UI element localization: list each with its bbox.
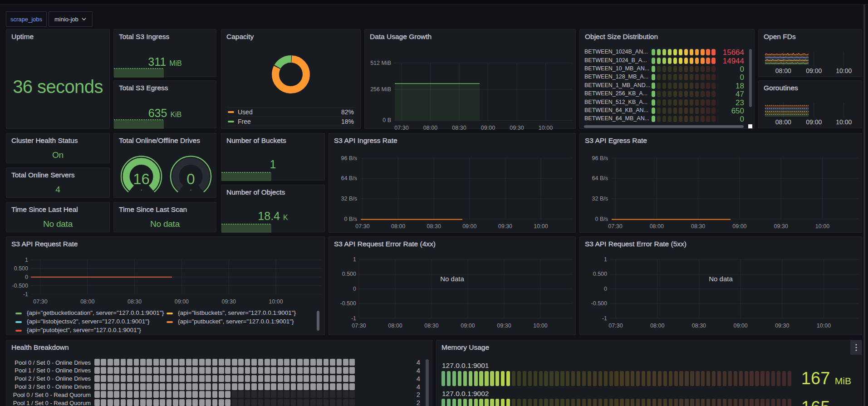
svg-text:09:00: 09:00 — [733, 323, 747, 329]
svg-text:64 B/s: 64 B/s — [592, 175, 608, 181]
svg-text:0 B/s: 0 B/s — [595, 216, 608, 222]
svg-text:0: 0 — [25, 274, 28, 280]
svg-text:08:00: 08:00 — [388, 323, 402, 329]
svg-text:07:30: 07:30 — [608, 223, 622, 230]
svg-text:07:30: 07:30 — [33, 298, 47, 305]
svg-text:09:30: 09:30 — [498, 223, 512, 230]
svg-text:-0.500: -0.500 — [12, 283, 28, 289]
svg-text:08:00: 08:00 — [775, 118, 791, 126]
svg-text:-1: -1 — [602, 315, 607, 322]
svg-text:10:00: 10:00 — [836, 118, 852, 126]
svg-text:08:30: 08:30 — [691, 223, 705, 230]
svg-text:10:00: 10:00 — [533, 323, 547, 329]
svg-text:-0.500: -0.500 — [340, 300, 356, 307]
svg-text:08:00: 08:00 — [650, 223, 664, 230]
svg-text:-1: -1 — [351, 315, 356, 322]
svg-text:09:00: 09:00 — [462, 223, 476, 230]
svg-text:1: 1 — [604, 256, 607, 263]
svg-text:1: 1 — [353, 256, 356, 263]
svg-text:09:30: 09:30 — [774, 223, 788, 230]
svg-text:09:30: 09:30 — [510, 125, 524, 131]
svg-text:08:30: 08:30 — [424, 323, 438, 329]
svg-text:32 B/s: 32 B/s — [341, 196, 357, 202]
svg-text:0: 0 — [604, 286, 607, 292]
svg-text:08:30: 08:30 — [692, 323, 706, 329]
svg-text:32 B/s: 32 B/s — [592, 196, 608, 202]
svg-text:96 B/s: 96 B/s — [592, 155, 608, 161]
svg-text:08:30: 08:30 — [427, 223, 441, 230]
svg-text:09:30: 09:30 — [222, 298, 236, 305]
svg-text:08:00: 08:00 — [80, 298, 94, 305]
svg-text:09:00: 09:00 — [732, 223, 746, 230]
svg-text:10:00: 10:00 — [534, 223, 548, 230]
svg-text:09:00: 09:00 — [175, 298, 189, 305]
svg-text:10:00: 10:00 — [815, 223, 829, 230]
svg-text:09:30: 09:30 — [497, 323, 511, 329]
svg-text:08:30: 08:30 — [452, 125, 466, 131]
svg-text:-1: -1 — [23, 291, 28, 298]
svg-text:08:00: 08:00 — [650, 323, 664, 329]
svg-text:64 B/s: 64 B/s — [341, 175, 357, 181]
svg-text:09:00: 09:00 — [461, 323, 475, 329]
svg-text:07:30: 07:30 — [355, 223, 369, 230]
svg-text:10:00: 10:00 — [836, 67, 852, 74]
svg-text:10:00: 10:00 — [539, 125, 553, 131]
svg-text:08:00: 08:00 — [423, 125, 437, 131]
svg-text:0 B/s: 0 B/s — [344, 216, 358, 222]
svg-text:0 B: 0 B — [383, 117, 391, 123]
svg-text:07:30: 07:30 — [394, 125, 408, 131]
svg-text:08:30: 08:30 — [128, 298, 142, 305]
svg-text:512 MiB: 512 MiB — [370, 60, 391, 66]
svg-text:08:00: 08:00 — [391, 223, 405, 230]
svg-text:0: 0 — [353, 286, 356, 292]
svg-text:08:00: 08:00 — [775, 67, 791, 74]
svg-text:09:00: 09:00 — [806, 67, 822, 74]
svg-text:10:00: 10:00 — [269, 298, 283, 305]
svg-text:-0.500: -0.500 — [591, 300, 607, 307]
svg-text:07:30: 07:30 — [608, 323, 623, 329]
svg-text:07:30: 07:30 — [352, 323, 366, 329]
svg-text:09:00: 09:00 — [481, 125, 495, 131]
svg-text:10:00: 10:00 — [817, 323, 831, 329]
svg-text:1: 1 — [25, 257, 28, 263]
svg-text:0.500: 0.500 — [14, 265, 28, 272]
svg-text:09:00: 09:00 — [806, 118, 822, 126]
svg-text:96 B/s: 96 B/s — [341, 155, 357, 161]
svg-text:256 MiB: 256 MiB — [370, 86, 391, 93]
svg-text:09:30: 09:30 — [775, 323, 789, 329]
